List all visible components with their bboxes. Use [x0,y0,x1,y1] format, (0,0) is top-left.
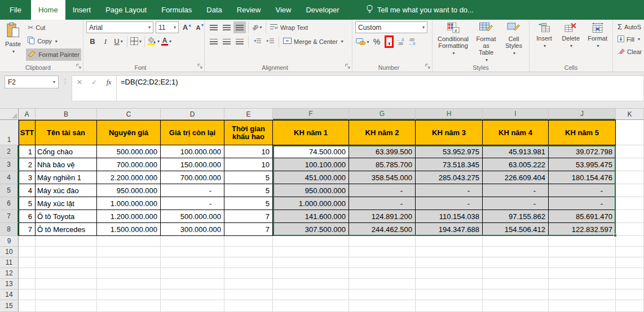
column-header-E[interactable]: E [224,109,273,120]
column-header-C[interactable]: C [97,109,161,120]
cell-G14[interactable] [349,289,416,300]
cell-F7[interactable]: 141.600.000 [273,210,349,223]
cell-F9[interactable] [273,236,349,247]
row-header-6[interactable]: 6 [0,197,19,210]
row-header-8[interactable]: 8 [0,223,19,236]
cell-H11[interactable] [416,257,483,268]
cell-K1[interactable] [616,120,644,145]
cell-H3[interactable]: 73.518.345 [416,158,483,171]
cell-D12[interactable] [161,268,224,279]
cell-J13[interactable] [549,279,616,289]
cell-A13[interactable] [19,279,36,289]
cell-F14[interactable] [273,289,349,300]
column-header-F[interactable]: F [273,109,349,120]
cell-B9[interactable] [36,236,97,247]
cell-F4[interactable]: 451.000.000 [273,171,349,184]
cell-B5[interactable]: Máy xúc đào [36,184,97,197]
cell-A10[interactable] [19,247,36,257]
row-header-2[interactable]: 2 [0,145,19,158]
cell-K2[interactable] [616,145,644,158]
cell-B13[interactable] [36,279,97,289]
cell-E14[interactable] [224,289,273,300]
number-dialog-launcher-icon[interactable] [425,63,430,70]
cell-E7[interactable]: 7 [224,210,273,223]
paste-dropdown-arrow[interactable]: ▾ [12,48,15,55]
tab-insert[interactable]: Insert [65,0,99,20]
cell-D5[interactable]: - [161,184,224,197]
select-all-button[interactable] [0,109,19,120]
cell-I11[interactable] [483,257,549,268]
cell-F5[interactable]: 950.000.000 [273,184,349,197]
column-header-J[interactable]: J [549,109,616,120]
cell-H2[interactable]: 53.952.975 [416,145,483,158]
cell-J10[interactable] [549,247,616,257]
cell-G11[interactable] [349,257,416,268]
clear-button[interactable]: Clear [616,46,643,57]
cell-F13[interactable] [273,279,349,289]
cell-C15[interactable] [97,300,161,312]
cell-G10[interactable] [349,247,416,257]
tab-file[interactable]: File [0,0,31,20]
cell-styles-button[interactable]: Cell Styles ▾ [501,21,526,63]
cell-B8[interactable]: Ô tô Mercedes [36,223,97,236]
increase-decimal-button[interactable]: ←.0.00 [396,38,404,46]
cell-A11[interactable] [19,257,36,268]
cell-B1[interactable]: Tên tài sản [36,120,97,145]
cell-D11[interactable] [161,257,224,268]
tab-data[interactable]: Data [199,0,229,20]
row-header-13[interactable]: 13 [0,279,19,289]
cell-B6[interactable]: Máy xúc lật [36,197,97,210]
cell-E10[interactable] [224,247,273,257]
cell-J5[interactable]: - [549,184,616,197]
percent-style-button[interactable]: % [370,36,383,48]
cell-E1[interactable]: Thời gian khấu hao [224,120,273,145]
cell-G9[interactable] [349,236,416,247]
cell-H5[interactable]: - [416,184,483,197]
cell-C11[interactable] [97,257,161,268]
clipboard-dialog-launcher-icon[interactable] [76,63,81,70]
row-header-5[interactable]: 5 [0,184,19,197]
cell-C1[interactable]: Nguyên giá [97,120,161,145]
cell-D9[interactable] [161,236,224,247]
cell-B3[interactable]: Nhà bảo vệ [36,158,97,171]
conditional-formatting-button[interactable]: ≠ Conditional Formatting ▾ [435,21,471,63]
cell-G3[interactable]: 85.785.700 [349,158,416,171]
align-center-button[interactable] [220,35,233,47]
cancel-button[interactable]: ✕ [72,78,87,86]
cell-A1[interactable]: STT [19,120,36,145]
cell-E2[interactable]: 10 [224,145,273,158]
cell-A14[interactable] [19,289,36,300]
cell-H1[interactable]: KH năm 3 [416,120,483,145]
cell-C13[interactable] [97,279,161,289]
top-align-button[interactable] [208,21,220,33]
cell-G6[interactable]: - [349,197,416,210]
cell-C5[interactable]: 950.000.000 [97,184,161,197]
cell-G7[interactable]: 124.891.200 [349,210,416,223]
cell-A2[interactable]: 1 [19,145,36,158]
cell-B11[interactable] [36,257,97,268]
insert-function-button[interactable]: fx [102,78,116,87]
row-header-9[interactable]: 9 [0,236,19,247]
tab-view[interactable]: View [268,0,298,20]
cell-H7[interactable]: 110.154.038 [416,210,483,223]
insert-cells-button[interactable]: Insert ▾ [532,21,556,63]
cell-F10[interactable] [273,247,349,257]
cell-E8[interactable]: 7 [224,223,273,236]
cut-button[interactable]: ✂ Cut [26,21,81,34]
cell-K7[interactable] [616,210,644,223]
decrease-indent-button[interactable] [251,35,263,47]
cell-G1[interactable]: KH năm 2 [349,120,416,145]
cell-J15[interactable] [549,300,616,312]
merge-center-button[interactable]: Merge & Center ▾ [281,36,345,47]
cell-A3[interactable]: 2 [19,158,36,171]
cell-A7[interactable]: 6 [19,210,36,223]
cell-J1[interactable]: KH năm 5 [549,120,616,145]
cell-D1[interactable]: Giá trị còn lại [161,120,224,145]
paste-button[interactable]: Paste ▾ [3,21,23,63]
cell-A15[interactable] [19,300,36,312]
cell-I3[interactable]: 63.005.222 [483,158,549,171]
cell-D10[interactable] [161,247,224,257]
decrease-decimal-button[interactable]: .00→.0 [408,38,415,46]
cell-E15[interactable] [224,300,273,312]
cell-J4[interactable]: 180.154.476 [549,171,616,184]
